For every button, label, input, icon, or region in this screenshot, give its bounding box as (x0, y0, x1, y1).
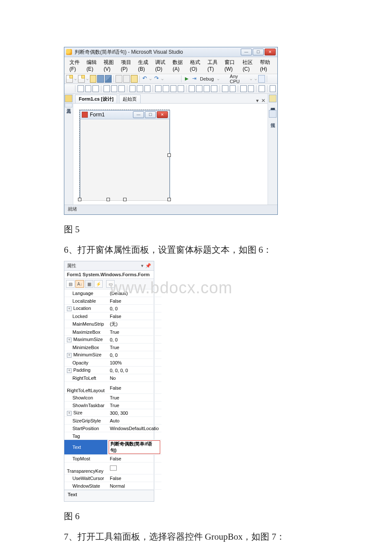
hspace-rem-icon[interactable] (178, 85, 184, 92)
property-row[interactable]: Language(Default) (64, 289, 161, 297)
property-value[interactable]: False (107, 297, 161, 305)
property-row[interactable]: RightToLeftNo (64, 374, 161, 382)
resize-handle-se[interactable] (167, 198, 171, 201)
toolbox-icon[interactable] (65, 95, 72, 102)
property-value[interactable]: (Default) (107, 289, 161, 297)
panel-dropdown-icon[interactable]: ▾ (141, 263, 144, 269)
vspace-dec-icon[interactable] (204, 85, 210, 92)
nav-back-icon[interactable] (165, 75, 172, 83)
dropdown-icon[interactable] (217, 78, 219, 80)
form-preview[interactable]: Form1 — ☐ ✕ (80, 110, 170, 200)
property-value[interactable]: Auto (107, 417, 161, 425)
paste-icon[interactable] (131, 75, 138, 83)
property-value[interactable] (107, 432, 161, 440)
property-value[interactable]: 判断奇偶数(简单if语句) (107, 440, 161, 455)
property-value[interactable]: 0, 0 (107, 305, 161, 312)
property-row[interactable]: MainMenuStrip(无) (64, 320, 161, 328)
property-row[interactable]: MaximizeBoxTrue (64, 328, 161, 336)
save-all-icon[interactable] (105, 75, 112, 83)
platform-config[interactable]: Any CPU (228, 74, 248, 84)
align-left-icon[interactable] (78, 85, 84, 92)
property-value[interactable]: No (107, 374, 161, 382)
menu-debug[interactable]: 调试(D) (153, 58, 170, 73)
toolbar-options-icon[interactable] (269, 75, 276, 83)
expand-icon[interactable]: + (67, 353, 72, 358)
align-right-icon[interactable] (92, 85, 99, 92)
property-row[interactable]: Opacity100% (64, 359, 161, 367)
send-back-icon[interactable] (248, 85, 254, 92)
redo-icon[interactable] (153, 75, 160, 83)
property-row[interactable]: ShowInTaskbarTrue (64, 402, 161, 409)
expand-icon[interactable]: + (67, 306, 72, 311)
menu-tools[interactable]: 工具(T) (205, 58, 222, 73)
hspace-dec-icon[interactable] (170, 85, 177, 92)
categorized-icon[interactable]: ▤ (66, 280, 75, 288)
property-value[interactable]: 0, 0, 0, 0 (107, 367, 161, 374)
property-value[interactable]: True (107, 328, 161, 336)
bring-front-icon[interactable] (240, 85, 247, 92)
property-value[interactable]: 0, 0 (107, 351, 161, 359)
open-file-icon[interactable] (90, 75, 97, 83)
resize-handle-e[interactable] (167, 153, 171, 157)
property-value[interactable]: False (107, 455, 161, 462)
events-icon[interactable]: ⚡ (94, 280, 103, 288)
tab-dropdown-icon[interactable]: ▾ (255, 98, 260, 103)
property-row[interactable]: Text判断奇偶数(简单if语句) (64, 440, 161, 455)
center-h-icon[interactable] (222, 85, 228, 92)
tab-design[interactable]: Form1.cs [设计] (75, 95, 117, 103)
property-row[interactable]: +MaximumSize0, 0 (64, 336, 161, 344)
property-row[interactable]: +MinimumSize0, 0 (64, 351, 161, 359)
resize-handle-sw[interactable] (78, 198, 81, 201)
dropdown-icon[interactable] (150, 78, 152, 80)
property-row[interactable]: LocalizableFalse (64, 297, 161, 305)
property-row[interactable]: WindowStateNormal (64, 482, 161, 490)
vspace-inc-icon[interactable] (196, 85, 202, 92)
dropdown-icon[interactable] (250, 78, 252, 80)
property-row[interactable]: ShowIconTrue (64, 394, 161, 402)
properties-object[interactable]: Form1 System.Windows.Forms.Form (64, 271, 154, 279)
property-value[interactable]: WindowsDefaultLocatio (107, 425, 161, 432)
undo-icon[interactable] (141, 75, 148, 83)
property-row[interactable]: RightToLeftLayoutFalse (64, 382, 161, 394)
hspace-icon[interactable] (155, 85, 161, 92)
dropdown-icon[interactable] (161, 78, 164, 80)
designer-canvas[interactable]: Form1 — ☐ ✕ (73, 104, 268, 205)
property-row[interactable]: MinimizeBoxTrue (64, 344, 161, 351)
property-row[interactable]: TopMostFalse (64, 455, 161, 462)
start-debug-icon[interactable] (183, 75, 190, 83)
menu-help[interactable]: 帮助(H) (257, 58, 275, 73)
menu-project[interactable]: 项目(P) (118, 58, 135, 73)
tab-order-icon[interactable] (259, 85, 265, 92)
property-value[interactable]: True (107, 394, 161, 402)
save-icon[interactable] (97, 75, 104, 83)
solution-explorer-icon[interactable] (269, 95, 277, 102)
properties-page-icon[interactable]: ▦ (85, 280, 93, 288)
property-value[interactable]: False (107, 382, 161, 394)
dropdown-icon[interactable] (255, 78, 257, 80)
property-value[interactable]: True (107, 344, 161, 351)
tab-close-icon[interactable]: ✕ (261, 98, 266, 103)
panel-pin-icon[interactable]: 📌 (145, 263, 151, 269)
align-mid-icon[interactable] (111, 85, 118, 92)
property-row[interactable]: +Location0, 0 (64, 305, 161, 312)
menu-edit[interactable]: 编辑(E) (84, 58, 101, 73)
debug-config[interactable]: Debug (198, 76, 215, 81)
maximize-button[interactable]: ☐ (253, 49, 264, 55)
menu-data[interactable]: 数据(A) (170, 58, 187, 73)
property-value[interactable]: Normal (107, 482, 161, 490)
expand-icon[interactable]: + (67, 368, 72, 373)
property-value[interactable]: False (107, 312, 161, 320)
property-row[interactable]: Tag (64, 432, 161, 440)
close-button[interactable]: ✕ (265, 49, 276, 55)
toolbox-tab[interactable]: 工具箱 (65, 103, 72, 107)
property-value[interactable]: 300, 300 (107, 409, 161, 417)
properties-icon[interactable] (269, 110, 277, 118)
menu-community[interactable]: 社区(C) (240, 58, 257, 73)
same-width-icon[interactable] (130, 85, 136, 92)
new-project-icon[interactable] (66, 75, 73, 83)
expand-icon[interactable]: + (67, 411, 72, 416)
resize-handle-s2[interactable] (107, 198, 110, 201)
form-body[interactable] (80, 119, 170, 201)
find-icon[interactable] (258, 75, 265, 83)
grid-icon[interactable] (66, 85, 73, 92)
